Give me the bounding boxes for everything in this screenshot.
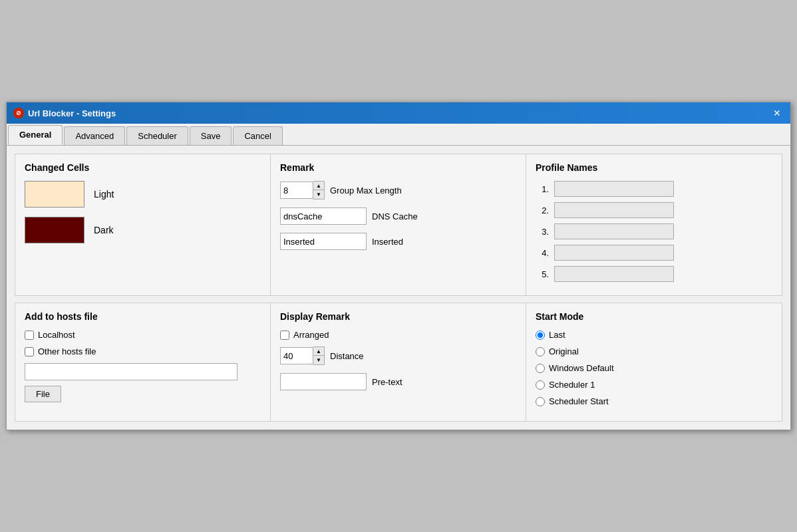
file-path-input[interactable] bbox=[25, 363, 238, 380]
group-max-input[interactable] bbox=[280, 182, 313, 199]
arranged-label: Arranged bbox=[293, 330, 329, 340]
remark-section: Remark ▲ ▼ Group Max Length DNS Cache bbox=[271, 154, 526, 295]
title-bar-left: ⊘ Url Blocker - Settings bbox=[13, 108, 116, 118]
tab-save[interactable]: Save bbox=[190, 126, 232, 145]
tab-general[interactable]: General bbox=[8, 125, 63, 145]
tab-cancel[interactable]: Cancel bbox=[233, 126, 282, 145]
profile-row-3: 3. bbox=[536, 223, 772, 239]
profile-input-1[interactable] bbox=[554, 181, 674, 197]
distance-spinner-buttons: ▲ ▼ bbox=[313, 346, 325, 365]
profile-input-4[interactable] bbox=[554, 245, 674, 261]
tab-scheduler[interactable]: Scheduler bbox=[126, 126, 188, 145]
file-button[interactable]: File bbox=[25, 386, 61, 402]
radio-windows-default-label: Windows Default bbox=[549, 363, 614, 373]
profile-num-3: 3. bbox=[536, 227, 549, 237]
dns-cache-input[interactable] bbox=[280, 207, 367, 225]
profile-num-1: 1. bbox=[536, 184, 549, 194]
dark-color-row: Dark bbox=[25, 217, 261, 243]
changed-cells-title: Changed Cells bbox=[25, 162, 261, 173]
distance-input[interactable] bbox=[280, 347, 313, 364]
other-hosts-checkbox[interactable] bbox=[25, 347, 34, 356]
start-mode-section: Start Mode Last Original Windows Default… bbox=[526, 303, 782, 421]
inserted-input[interactable] bbox=[280, 233, 367, 250]
add-to-hosts-title: Add to hosts file bbox=[25, 311, 261, 322]
inserted-label: Inserted bbox=[372, 237, 403, 247]
other-hosts-label: Other hosts file bbox=[38, 346, 96, 356]
localhost-row: Localhost bbox=[25, 330, 261, 340]
profile-num-5: 5. bbox=[536, 269, 549, 279]
profile-names-title: Profile Names bbox=[536, 162, 772, 173]
spinner-down[interactable]: ▼ bbox=[313, 190, 324, 199]
radio-windows-default: Windows Default bbox=[536, 363, 772, 373]
profile-num-2: 2. bbox=[536, 205, 549, 215]
radio-last-input[interactable] bbox=[536, 331, 545, 340]
profile-num-4: 4. bbox=[536, 248, 549, 258]
distance-label: Distance bbox=[330, 351, 364, 361]
window-title: Url Blocker - Settings bbox=[28, 108, 116, 118]
app-icon: ⊘ bbox=[13, 108, 24, 118]
dns-cache-row: DNS Cache bbox=[280, 207, 516, 225]
close-button[interactable]: ✕ bbox=[770, 106, 784, 120]
distance-down[interactable]: ▼ bbox=[313, 356, 324, 364]
pretext-input[interactable] bbox=[280, 373, 367, 390]
dns-cache-label: DNS Cache bbox=[372, 211, 418, 221]
distance-row: ▲ ▼ Distance bbox=[280, 346, 516, 365]
pretext-label: Pre-text bbox=[372, 377, 402, 387]
profile-row-5: 5. bbox=[536, 266, 772, 282]
profile-input-5[interactable] bbox=[554, 266, 674, 282]
spinner-buttons: ▲ ▼ bbox=[313, 181, 325, 200]
arranged-checkbox[interactable] bbox=[280, 331, 289, 340]
radio-original-input[interactable] bbox=[536, 347, 545, 356]
other-hosts-row: Other hosts file bbox=[25, 346, 261, 356]
start-mode-title: Start Mode bbox=[536, 311, 772, 322]
distance-spinner: ▲ ▼ bbox=[280, 346, 325, 365]
profile-input-2[interactable] bbox=[554, 202, 674, 218]
dark-color-swatch[interactable] bbox=[25, 217, 84, 243]
pretext-row: Pre-text bbox=[280, 373, 516, 390]
bottom-sections: Add to hosts file Localhost Other hosts … bbox=[15, 303, 782, 422]
display-remark-section: Display Remark Arranged ▲ ▼ Distance bbox=[271, 303, 526, 421]
remark-title: Remark bbox=[280, 162, 516, 173]
radio-scheduler-start-input[interactable] bbox=[536, 397, 545, 406]
inserted-row: Inserted bbox=[280, 233, 516, 250]
radio-scheduler-1: Scheduler 1 bbox=[536, 380, 772, 390]
light-color-swatch[interactable] bbox=[25, 181, 84, 207]
top-sections: Changed Cells Light Dark Remark bbox=[15, 154, 782, 296]
display-remark-title: Display Remark bbox=[280, 311, 516, 322]
radio-original: Original bbox=[536, 346, 772, 356]
distance-up[interactable]: ▲ bbox=[313, 347, 324, 356]
add-to-hosts-section: Add to hosts file Localhost Other hosts … bbox=[15, 303, 271, 421]
group-max-label: Group Max Length bbox=[330, 186, 402, 196]
profile-row-4: 4. bbox=[536, 245, 772, 261]
radio-scheduler-1-label: Scheduler 1 bbox=[549, 380, 595, 390]
radio-windows-default-input[interactable] bbox=[536, 364, 545, 373]
changed-cells-section: Changed Cells Light Dark bbox=[15, 154, 271, 295]
light-color-row: Light bbox=[25, 181, 261, 207]
group-max-length-row: ▲ ▼ Group Max Length bbox=[280, 181, 516, 200]
dark-label: Dark bbox=[94, 225, 114, 235]
arranged-row: Arranged bbox=[280, 330, 516, 340]
settings-window: ⊘ Url Blocker - Settings ✕ General Advan… bbox=[6, 102, 791, 430]
radio-original-label: Original bbox=[549, 346, 579, 356]
group-max-spinner: ▲ ▼ bbox=[280, 181, 325, 200]
localhost-checkbox[interactable] bbox=[25, 331, 34, 340]
profile-row-1: 1. bbox=[536, 181, 772, 197]
radio-scheduler-start: Scheduler Start bbox=[536, 396, 772, 406]
radio-last-label: Last bbox=[549, 330, 565, 340]
content-area: Changed Cells Light Dark Remark bbox=[7, 146, 790, 430]
tab-bar: General Advanced Scheduler Save Cancel bbox=[7, 124, 790, 146]
radio-scheduler-1-input[interactable] bbox=[536, 380, 545, 390]
profile-names-section: Profile Names 1. 2. 3. 4. bbox=[526, 154, 782, 295]
tab-advanced[interactable]: Advanced bbox=[64, 126, 125, 145]
radio-scheduler-start-label: Scheduler Start bbox=[549, 396, 609, 406]
light-label: Light bbox=[94, 189, 114, 200]
spinner-up[interactable]: ▲ bbox=[313, 182, 324, 190]
profile-input-3[interactable] bbox=[554, 223, 674, 239]
radio-last: Last bbox=[536, 330, 772, 340]
profile-row-2: 2. bbox=[536, 202, 772, 218]
localhost-label: Localhost bbox=[38, 330, 75, 340]
title-bar: ⊘ Url Blocker - Settings ✕ bbox=[7, 102, 790, 124]
